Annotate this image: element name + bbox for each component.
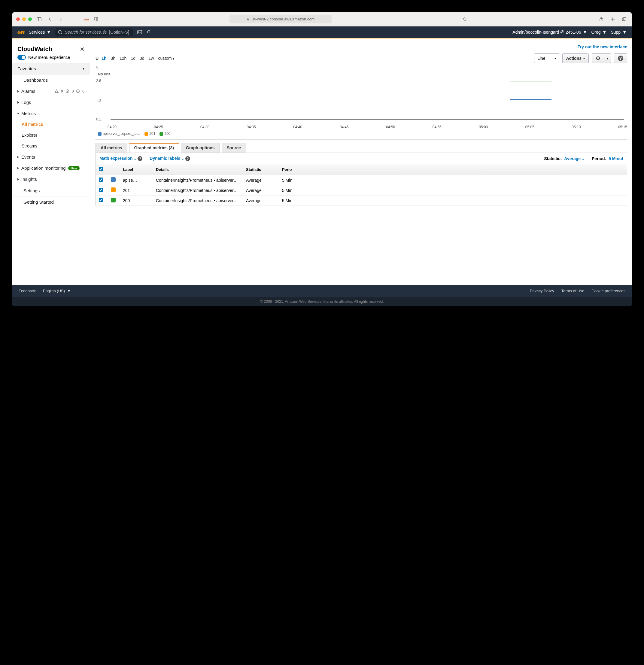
sidebar-item-dashboards[interactable]: Dashboards [12,75,90,86]
search-placeholder: Search for services, fe [65,30,107,35]
language-selector[interactable]: English (US) ▼ [43,289,71,293]
table-row[interactable]: 200ContainerInsights/Prometheus • apiser… [96,195,627,206]
sidebar-item-getting-started[interactable]: Getting Started [12,196,90,208]
chevron-right-icon [17,156,19,158]
privacy-link[interactable]: Privacy Policy [530,289,554,293]
reload-icon[interactable] [461,16,468,23]
shield-icon[interactable] [93,16,100,23]
minimize-window[interactable] [22,17,26,21]
sidebar-item-streams[interactable]: Streams [12,140,90,151]
svg-point-13 [66,90,69,93]
time-1h[interactable]: 1h [101,56,106,61]
time-12h[interactable]: 12h [119,56,127,61]
new-tab-icon[interactable] [609,16,617,23]
table-row[interactable]: 201ContainerInsights/Prometheus • apiser… [96,185,627,195]
select-all-checkbox[interactable] [99,167,103,171]
close-window[interactable] [16,17,20,21]
sidebar-item-metrics[interactable]: Metrics [12,108,90,119]
chart-legend: apiserver_request_total 201 200 [98,132,627,136]
region-menu[interactable]: Oreg ▼ [591,30,606,35]
tabs-icon[interactable] [621,16,628,23]
edit-title-icon[interactable]: ✎ [96,65,627,70]
browser-toolbar: aea us-west-2.console.aws.amazon.com [12,12,632,26]
svg-line-10 [61,33,62,34]
extension-badge[interactable]: aea [83,17,89,21]
metrics-table: Label Details Statistic Perio apise…Cont… [96,164,627,206]
resize-handle[interactable] [96,139,627,140]
new-menu-toggle[interactable]: New menu experience [12,54,90,63]
dynamic-labels-link[interactable]: Dynamic labels ⌄ ? [150,156,190,161]
row-label: apise… [120,178,153,183]
close-sidebar-icon[interactable]: ✕ [80,46,84,53]
tab-graph-options[interactable]: Graph options [181,143,220,153]
color-swatch [111,187,116,192]
cookies-link[interactable]: Cookie preferences [591,289,625,293]
sidebar-favorites[interactable]: Favorites [12,63,90,75]
sidebar-item-alarms[interactable]: Alarms 0 0 0 [12,86,90,97]
sidebar-item-events[interactable]: Events [12,151,90,163]
row-details: ContainerInsights/Prometheus • apiserver… [153,188,243,193]
help-icon[interactable]: ? [185,156,190,161]
row-details: ContainerInsights/Prometheus • apiserver… [153,178,243,183]
chevron-right-icon [17,167,19,169]
time-1d[interactable]: 1d [131,56,135,61]
table-row[interactable]: apise…ContainerInsights/Prometheus • api… [96,175,627,185]
row-checkbox[interactable] [99,177,103,182]
share-icon[interactable] [598,16,605,23]
footer-links: Feedback English (US) ▼ Privacy Policy T… [12,285,632,297]
time-1w[interactable]: 1w [149,56,154,61]
support-menu[interactable]: Supp ▼ [611,30,627,35]
services-menu[interactable]: Services ▼ [29,30,51,35]
tab-graphed-metrics[interactable]: Graphed metrics (3) [129,143,179,153]
maximize-window[interactable] [28,17,32,21]
window-controls [16,17,32,21]
metrics-chart[interactable]: 2.6 1.3 0.1 [105,77,624,125]
undo-icon[interactable]: U [96,56,98,61]
svg-rect-0 [37,17,41,21]
service-search[interactable]: Search for services, fe [Option+S] [55,28,133,36]
refresh-dropdown[interactable]: ▾ [604,54,611,63]
refresh-button[interactable] [592,54,604,63]
account-menu[interactable]: Admin/boocolin-Isengard @ 2451-06 ▼ [512,30,587,35]
time-3d[interactable]: 3d [140,56,145,61]
feedback-link[interactable]: Feedback [19,289,36,293]
time-3h[interactable]: 3h [111,56,115,61]
help-button[interactable]: ? [614,54,627,63]
address-bar[interactable]: us-west-2.console.aws.amazon.com [229,15,332,23]
notifications-icon[interactable] [146,30,151,35]
sidebar-item-logs[interactable]: Logs [12,97,90,108]
sidebar-item-explorer[interactable]: Explorer [12,130,90,140]
actions-button[interactable]: Actions▾ [562,54,589,63]
terms-link[interactable]: Terms of Use [562,289,585,293]
y-tick: 0.1 [96,117,101,121]
row-checkbox[interactable] [99,188,103,192]
back-button[interactable] [46,16,54,23]
sidebar-item-settings[interactable]: Settings [12,185,90,196]
row-checkbox[interactable] [99,198,103,202]
svg-point-9 [58,30,61,33]
try-new-interface-link[interactable]: Try out the new interface [96,43,627,54]
time-custom[interactable]: custom ▾ [158,56,174,61]
period-selector[interactable]: Period: 5 Minut [592,156,623,161]
row-period: 5 Min [279,188,303,193]
tab-all-metrics[interactable]: All metrics [96,143,127,153]
sidebar-toggle-icon[interactable] [35,16,43,23]
help-icon[interactable]: ? [137,156,143,161]
math-expression-link[interactable]: Math expression ⌄ ? [99,156,143,161]
col-label: Label [120,167,153,172]
statistic-selector[interactable]: Statistic: Average ⌄ [544,156,585,161]
aws-logo[interactable]: aws [17,30,24,35]
tab-source[interactable]: Source [222,143,246,153]
row-statistic: Average [243,178,279,183]
toggle-switch-icon[interactable] [17,55,26,60]
sidebar-item-insights[interactable]: Insights [12,174,90,185]
sidebar-item-app-monitoring[interactable]: Application monitoringNew [12,163,90,174]
forward-button[interactable] [57,16,64,23]
cloudshell-icon[interactable] [137,30,142,35]
col-statistic: Statistic [243,167,279,172]
row-period: 5 Min [279,178,303,183]
chevron-right-icon [83,68,84,70]
chart-type-select[interactable]: Line▾ [534,54,559,63]
sidebar-item-all-metrics[interactable]: All metrics [12,119,90,130]
series-200 [510,81,551,81]
